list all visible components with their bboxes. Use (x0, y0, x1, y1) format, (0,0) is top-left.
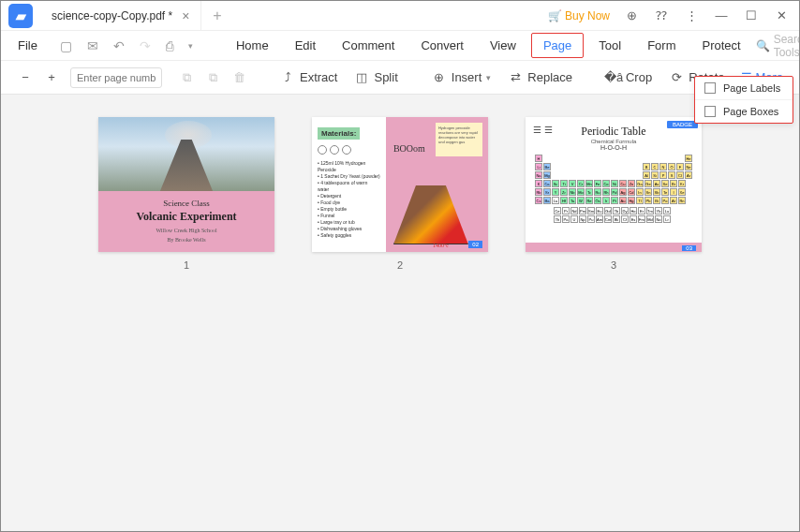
thumb-wrap-2: BADGE Materials: • 125ml 10% Hydrogen Pe… (312, 117, 488, 271)
menu-view[interactable]: View (479, 34, 527, 57)
open-icon[interactable]: ▢ (54, 35, 78, 57)
minimize-button[interactable]: — (713, 8, 730, 22)
titlebar: ▰ science-copy-Copy.pdf * × + 🛒 Buy Now … (1, 1, 799, 31)
page-boxes-item[interactable]: Page Boxes (695, 100, 793, 123)
undo-icon[interactable]: ↶ (108, 35, 130, 57)
tab-filename: science-copy-Copy.pdf * (52, 9, 172, 22)
search-icon: 🔍 (756, 39, 770, 52)
page-labels-item[interactable]: Page Labels (695, 77, 793, 100)
more-dropdown: Page Labels Page Boxes (694, 76, 793, 124)
page-number-3: 3 (611, 259, 616, 271)
zoom-out-button[interactable]: − (18, 70, 33, 85)
menu-comment[interactable]: Comment (331, 34, 406, 57)
redo-icon[interactable]: ↷ (134, 35, 156, 57)
help-icon[interactable]: ⁇ (653, 8, 670, 22)
zoom-in-button[interactable]: + (44, 70, 59, 85)
menu-tool[interactable]: Tool (587, 34, 632, 57)
buy-now-link[interactable]: 🛒 Buy Now (548, 9, 610, 22)
search-tools[interactable]: 🔍 Search Tools (756, 33, 800, 59)
close-window-button[interactable]: ✕ (773, 8, 790, 22)
thumb-wrap-1: BADGE Science Class Volcanic Experiment … (98, 117, 274, 271)
page-number-1: 1 (184, 259, 189, 271)
chevron-down-icon[interactable]: ▾ (183, 37, 199, 54)
crop-button[interactable]: �âCrop (606, 70, 652, 85)
menubar: File ▢ ✉ ↶ ↷ ⎙ ▾ Home Edit Comment Conve… (1, 31, 799, 61)
replace-button[interactable]: ⇄Replace (508, 70, 572, 85)
split-button[interactable]: ◫Split (354, 70, 397, 85)
menu-home[interactable]: Home (225, 34, 280, 57)
page-toolbar: − + ⧉ ⧉ 🗑 ⤴Extract ◫Split ⊕Insert▾ ⇄Repl… (1, 61, 799, 95)
copy-page-button[interactable]: ⧉ (179, 70, 194, 85)
kebab-icon[interactable]: ⋮ (683, 8, 700, 22)
file-menu[interactable]: File (10, 35, 45, 56)
page-thumbnail-3[interactable]: BADGE ☰ ☰ Periodic Table Chemical Formul… (526, 117, 702, 252)
app-icon: ▰ (8, 4, 33, 28)
menu-convert[interactable]: Convert (409, 34, 475, 57)
page-thumbnail-2[interactable]: BADGE Materials: • 125ml 10% Hydrogen Pe… (312, 117, 488, 252)
page-labels-icon (704, 82, 716, 94)
insert-button[interactable]: ⊕Insert▾ (432, 70, 492, 85)
extract-button[interactable]: ⤴Extract (280, 70, 337, 85)
share-icon[interactable]: ⊕ (623, 8, 640, 22)
close-tab-icon[interactable]: × (182, 8, 189, 23)
menu-page[interactable]: Page (531, 33, 584, 58)
save-icon[interactable]: ✉ (81, 35, 104, 57)
menu-protect[interactable]: Protect (690, 34, 751, 57)
new-tab-button[interactable]: + (201, 7, 232, 24)
menu-form[interactable]: Form (636, 34, 687, 57)
cart-icon: 🛒 (548, 9, 562, 22)
print-icon[interactable]: ⎙ (160, 35, 179, 57)
page-number-2: 2 (397, 259, 403, 271)
thumbnail-grid: BADGE Science Class Volcanic Experiment … (1, 95, 799, 531)
maximize-button[interactable]: ☐ (743, 8, 760, 22)
page-thumbnail-1[interactable]: BADGE Science Class Volcanic Experiment … (98, 117, 274, 252)
page-boxes-icon (704, 106, 716, 117)
thumb-wrap-3: BADGE ☰ ☰ Periodic Table Chemical Formul… (526, 117, 702, 271)
page-number-input[interactable] (70, 67, 162, 88)
document-tab[interactable]: science-copy-Copy.pdf * × (40, 1, 201, 30)
menu-edit[interactable]: Edit (284, 34, 327, 57)
delete-page-button[interactable]: 🗑 (231, 70, 246, 85)
paste-page-button[interactable]: ⧉ (205, 70, 220, 85)
periodic-table: HHe LiBeBCNOFNe NaMgAlSiPSClAr KCaScTiVC… (535, 155, 692, 229)
